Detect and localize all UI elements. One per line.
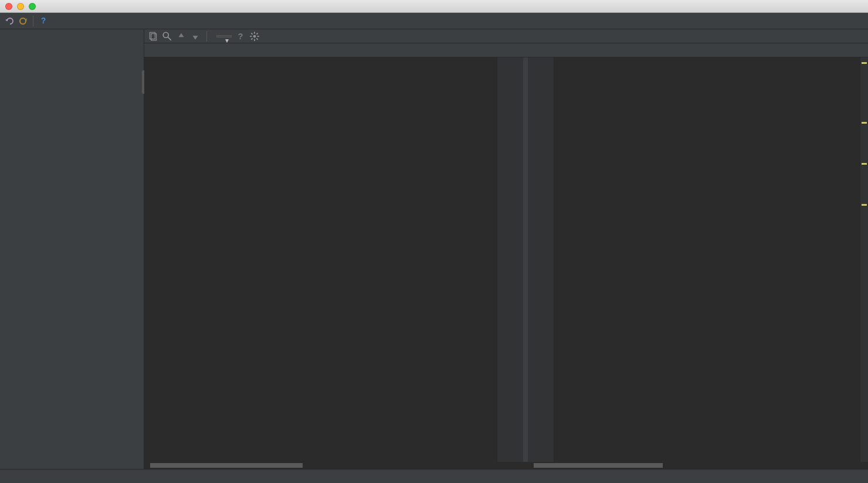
svg-point-4	[163, 32, 168, 38]
minimap[interactable]	[860, 57, 868, 462]
settings-icon[interactable]	[249, 31, 260, 42]
window-controls	[0, 3, 36, 10]
prev-diff-icon[interactable]	[176, 31, 187, 42]
copy-icon[interactable]	[148, 31, 158, 42]
help-icon[interactable]: ?	[38, 16, 49, 26]
svg-line-13	[256, 38, 257, 39]
diff-pane-headers	[144, 43, 868, 57]
legend-inserted	[839, 474, 861, 479]
sidebar-header	[0, 29, 144, 35]
svg-line-15	[256, 33, 257, 34]
status-bar	[0, 469, 868, 483]
refresh-icon[interactable]	[18, 16, 28, 26]
left-scrollbar[interactable]	[144, 462, 469, 469]
titlebar	[0, 0, 868, 13]
legend-deleted	[766, 474, 788, 479]
svg-line-12	[251, 33, 252, 34]
right-gutter	[528, 57, 554, 462]
svg-point-7	[253, 35, 256, 38]
diff-toolbar: ?	[144, 29, 868, 43]
diff-help-icon[interactable]: ?	[235, 31, 246, 42]
minimize-window-button[interactable]	[17, 3, 24, 10]
pane-divider[interactable]	[523, 57, 528, 462]
left-gutter	[497, 57, 523, 462]
svg-line-14	[251, 38, 252, 39]
maximize-window-button[interactable]	[29, 3, 36, 10]
main-toolbar: ?	[0, 13, 868, 29]
next-diff-icon[interactable]	[190, 31, 201, 42]
whitespace-select[interactable]	[216, 35, 232, 38]
svg-point-0	[20, 18, 26, 24]
svg-line-5	[168, 37, 171, 40]
find-icon[interactable]	[162, 31, 172, 42]
svg-text:?: ?	[41, 16, 46, 25]
right-pane-header	[528, 43, 868, 57]
history-sidebar	[0, 29, 144, 469]
back-icon[interactable]	[5, 16, 15, 26]
left-code-pane[interactable]	[144, 57, 523, 462]
svg-text:?: ?	[238, 31, 243, 40]
close-window-button[interactable]	[5, 3, 12, 10]
right-scrollbar[interactable]	[528, 462, 868, 469]
right-code-pane[interactable]	[528, 57, 868, 462]
legend-changed	[802, 474, 825, 479]
left-pane-header	[144, 43, 469, 57]
